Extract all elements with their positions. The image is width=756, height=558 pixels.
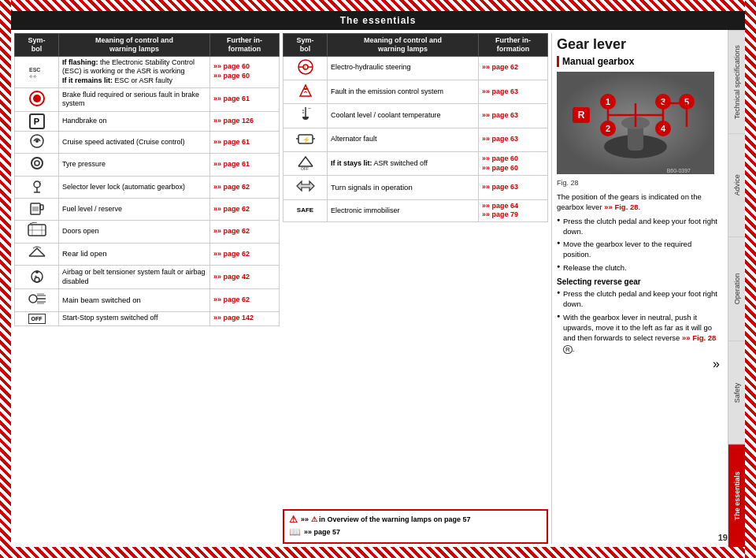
- table-row: Cruise speed activated (Cruise control) …: [15, 132, 280, 154]
- meaning-cell: If flashing: the Electronic Stability Co…: [59, 56, 210, 87]
- warning-text-2: »» page 57: [304, 528, 340, 536]
- cruise-icon: [28, 133, 46, 149]
- gear-bullet-2: Move the gearbox lever to the required p…: [557, 239, 720, 260]
- reverse-bullet-1: Press the clutch pedal and keep your foo…: [557, 288, 720, 310]
- alternator-icon: ⚡: [296, 130, 315, 147]
- brake-icon: [28, 90, 46, 107]
- tab-technical-specifications[interactable]: Technical specifications: [728, 30, 745, 133]
- main-beam-icon: [27, 291, 47, 307]
- meaning-cell: Fault in the emission control system: [328, 80, 479, 103]
- meaning-cell: Airbag or belt tensioner system fault or…: [59, 266, 210, 289]
- further-cell: »» page 62: [210, 243, 280, 265]
- svg-text:ESC: ESC: [29, 67, 40, 73]
- table-row: S Selector lever lock (automatic gearbox…: [15, 176, 280, 198]
- table-row: ~ Coolant level / coolant temperature »»…: [284, 104, 548, 128]
- svg-rect-14: [32, 206, 39, 211]
- tab-safety[interactable]: Safety: [728, 340, 745, 444]
- gear-title: Gear lever: [557, 36, 720, 53]
- main-beam-text: Main beam switched on: [62, 296, 141, 304]
- fuel-icon: [28, 200, 46, 216]
- further-cell: »» page 64»» page 79: [479, 199, 548, 221]
- meaning-cell: Rear lid open: [59, 243, 210, 265]
- warning-line-1: ⚠ »» ⚠ in Overview of the warning lamps …: [289, 514, 542, 525]
- right-header-symbol: Sym-bol: [284, 34, 328, 57]
- meaning-cell: Selector lever lock (automatic gearbox): [59, 176, 210, 198]
- right-tab-bar: Technical specifications Advice Operatio…: [728, 30, 745, 547]
- gear-image: 1 3 5 2 4: [557, 72, 714, 174]
- next-page-arrow: »: [557, 357, 720, 371]
- further-cell: »» page 62: [210, 289, 280, 311]
- table-row: Turn signals in operation »» page 63: [284, 176, 548, 199]
- gear-diagram-svg: 1 3 5 2 4: [557, 72, 714, 174]
- table-row: Fuel level / reserve »» page 62: [15, 199, 280, 221]
- selector-lock-icon: S: [28, 178, 46, 194]
- left-table-section: Sym-bol Meaning of control andwarning la…: [14, 33, 280, 544]
- svg-text:!: !: [34, 162, 35, 167]
- further-cell: »» page 63: [479, 80, 548, 103]
- turn-signal-icon: [295, 177, 316, 195]
- page-number: 19: [718, 533, 728, 542]
- table-row: OFF If it stays lit: ASR switched off »»…: [284, 151, 548, 175]
- svg-rect-15: [40, 205, 43, 210]
- meaning-cell: Electronic immobiliser: [328, 199, 479, 221]
- meaning-cell: Coolant level / coolant temperature: [328, 104, 479, 128]
- rear-lid-icon: [27, 245, 47, 261]
- tab-the-essentials[interactable]: The essentials: [728, 444, 745, 547]
- symbol-cell: S: [15, 176, 59, 198]
- further-cell: »» page 61: [210, 132, 280, 154]
- warning-line-2: 📖 »» page 57: [289, 526, 542, 538]
- svg-rect-34: [304, 88, 307, 90]
- rear-lid-text: Rear lid open: [62, 249, 107, 258]
- left-header-further: Further in-formation: [210, 34, 280, 57]
- left-table: Sym-bol Meaning of control andwarning la…: [14, 33, 280, 326]
- meaning-cell: Tyre pressure: [59, 154, 210, 176]
- svg-text:1: 1: [606, 97, 610, 106]
- tab-advice[interactable]: Advice: [728, 133, 745, 236]
- further-cell: »» page 60»» page 60: [479, 151, 548, 175]
- symbol-cell: ✶: [15, 266, 59, 289]
- asr-off-icon: OFF: [295, 154, 316, 171]
- further-cell: »» page 126: [210, 112, 280, 132]
- svg-text:⚡: ⚡: [302, 136, 310, 143]
- table-row: ✶ Airbag or belt tensioner system fault …: [15, 266, 280, 289]
- symbol-cell: [15, 289, 59, 311]
- further-cell: »» page 62: [210, 199, 280, 221]
- right-table: Sym-bol Meaning of control andwarning la…: [283, 33, 548, 222]
- meaning-cell: If it stays lit: ASR switched off: [328, 151, 479, 175]
- symbol-cell: !: [15, 154, 59, 176]
- right-header-further: Further in-formation: [479, 34, 548, 57]
- svg-text:2: 2: [606, 124, 610, 133]
- further-cell: »» page 63: [479, 104, 548, 128]
- symbol-cell: [284, 176, 328, 199]
- airbag-icon: ✶: [27, 267, 47, 285]
- emission-icon: [296, 82, 315, 99]
- svg-text:R: R: [578, 110, 585, 121]
- doors-open-icon: [27, 222, 47, 238]
- symbol-cell: [15, 221, 59, 243]
- table-row: SAFE Electronic immobiliser »» page 64»»…: [284, 199, 548, 221]
- svg-text:B60-0397: B60-0397: [667, 168, 691, 173]
- symbol-cell: P: [15, 112, 59, 132]
- table-row: P Handbrake on »» page 126: [15, 112, 280, 132]
- meaning-cell: Brake fluid required or serious fault in…: [59, 87, 210, 111]
- book-icon: 📖: [289, 526, 301, 538]
- tab-operation[interactable]: Operation: [728, 236, 745, 340]
- meaning-cell: Cruise speed activated (Cruise control): [59, 132, 210, 154]
- stripe-bottom: [0, 547, 756, 558]
- symbol-cell: OFF: [15, 311, 59, 326]
- symbol-cell: [15, 199, 59, 221]
- svg-point-3: [33, 95, 41, 102]
- safe-label: SAFE: [287, 206, 324, 214]
- warning-triangle-icon: ⚠: [289, 514, 298, 525]
- further-cell: »» page 61: [210, 154, 280, 176]
- meaning-cell: Start-Stop system switched off: [59, 311, 210, 326]
- further-cell: »» page 62: [479, 56, 548, 80]
- table-row: Main beam switched on »» page 62: [15, 289, 280, 311]
- further-cell: »» page 60»» page 60: [210, 56, 280, 87]
- svg-text:4: 4: [661, 124, 666, 133]
- main-content: The essentials Sym-bol Meaning of contro…: [11, 11, 745, 547]
- fig-label: Fig. 28: [557, 179, 720, 187]
- left-header-symbol: Sym-bol: [15, 34, 59, 57]
- title-bar: The essentials: [11, 11, 745, 30]
- meaning-cell: Turn signals in operation: [328, 176, 479, 199]
